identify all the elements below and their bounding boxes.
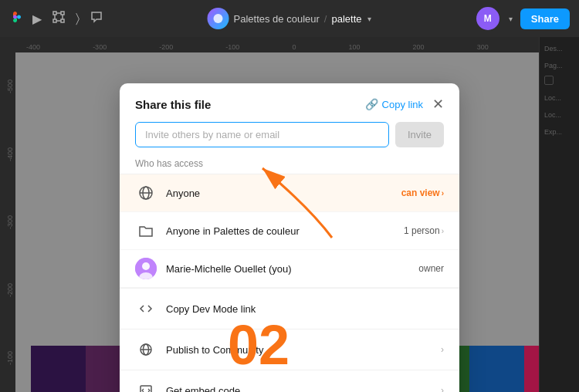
figma-menu-icon[interactable]	[9, 11, 22, 26]
copy-link-button[interactable]: 🔗 Copy link	[365, 98, 423, 110]
permission-text-project: 1 person	[404, 225, 440, 236]
bottom-row-devmode[interactable]: Copy Dev Mode link	[120, 288, 459, 329]
access-row-project[interactable]: Anyone in Palettes de couleur 1 person ›	[120, 212, 459, 250]
access-info-anyone: Anyone	[166, 188, 392, 199]
permission-chevron-anyone: ›	[442, 189, 444, 198]
breadcrumb-file[interactable]: palette	[331, 13, 361, 25]
modal-title: Share this file	[135, 98, 211, 111]
access-row-anyone[interactable]: Anyone can view ›	[120, 174, 459, 212]
access-info-project: Anyone in Palettes de couleur	[166, 225, 394, 237]
access-label: Who has access	[135, 158, 444, 169]
access-list: Anyone can view › Anyone in P	[120, 174, 459, 288]
svg-point-8	[214, 14, 223, 23]
hand-icon[interactable]: 〉	[76, 12, 80, 25]
frame-icon[interactable]	[52, 11, 65, 26]
bottom-chevron-embed: ›	[441, 385, 444, 392]
bottom-label-embed: Get embed code	[166, 385, 432, 393]
modal-overlay: Share this file 🔗 Copy link ✕ Invite Who…	[0, 37, 579, 392]
share-button[interactable]: Share	[520, 8, 570, 29]
bottom-label-community: Publish to Community	[166, 344, 432, 356]
permission-chevron-project: ›	[442, 227, 444, 235]
access-permission-project[interactable]: 1 person ›	[404, 225, 444, 236]
modal-top: Share this file 🔗 Copy link ✕ Invite Who…	[120, 83, 459, 169]
permission-text-anyone: can view	[401, 188, 440, 198]
modal-header: Share this file 🔗 Copy link ✕	[135, 97, 444, 111]
link-icon: 🔗	[365, 98, 378, 110]
access-row-user[interactable]: Marie-Michelle Ouellet (you) owner	[120, 250, 459, 288]
invite-row: Invite	[135, 122, 444, 147]
modal-bottom: Copy Dev Mode link Publish to Community …	[120, 288, 459, 392]
permission-text-user: owner	[418, 263, 444, 274]
comment-icon[interactable]	[90, 11, 103, 26]
canvas-area: -400 -300 -200 -100 0 100 200 300 400 -5…	[0, 37, 579, 392]
bottom-chevron-community: ›	[441, 344, 444, 355]
brand-icon	[208, 8, 229, 29]
code-icon	[135, 298, 157, 319]
user-avatar	[135, 258, 157, 279]
access-name-project: Anyone in Palettes de couleur	[166, 225, 394, 237]
svg-rect-1	[61, 12, 64, 15]
breadcrumb-separator: /	[324, 13, 327, 25]
embed-icon	[135, 380, 157, 392]
svg-rect-2	[53, 19, 56, 22]
share-modal: Share this file 🔗 Copy link ✕ Invite Who…	[120, 83, 459, 392]
close-button[interactable]: ✕	[432, 97, 444, 111]
bottom-row-embed[interactable]: Get embed code ›	[120, 370, 459, 392]
invite-button[interactable]: Invite	[395, 122, 444, 147]
svg-point-13	[142, 262, 150, 270]
invite-input[interactable]	[135, 122, 389, 147]
chevron-down-icon[interactable]: ▾	[367, 15, 371, 23]
avatar[interactable]: M	[476, 7, 499, 30]
access-name-anyone: Anyone	[166, 188, 392, 199]
copy-link-label: Copy link	[382, 99, 423, 110]
avatar-chevron-icon[interactable]: ▾	[509, 15, 513, 23]
toolbar-left: ▶ 〉	[9, 11, 103, 26]
access-permission-anyone[interactable]: can view ›	[401, 188, 444, 198]
folder-icon	[135, 220, 157, 242]
bottom-label-devmode: Copy Dev Mode link	[166, 303, 444, 315]
bottom-row-community[interactable]: Publish to Community ›	[120, 329, 459, 370]
breadcrumb-project[interactable]: Palettes de couleur	[234, 13, 320, 25]
globe-community-icon	[135, 339, 157, 360]
globe-icon	[135, 182, 157, 204]
access-info-user: Marie-Michelle Ouellet (you)	[166, 263, 409, 275]
toolbar-center: Palettes de couleur / palette ▾	[208, 8, 372, 29]
modal-header-actions: 🔗 Copy link ✕	[365, 97, 444, 111]
move-icon[interactable]: ▶	[32, 12, 42, 26]
toolbar-right: M ▾ Share	[476, 7, 570, 30]
access-permission-user: owner	[418, 263, 444, 274]
svg-rect-0	[53, 12, 56, 15]
access-name-user: Marie-Michelle Ouellet (you)	[166, 263, 409, 275]
svg-rect-3	[61, 19, 64, 22]
toolbar: ▶ 〉 Palettes de couleur / palet	[0, 0, 579, 37]
